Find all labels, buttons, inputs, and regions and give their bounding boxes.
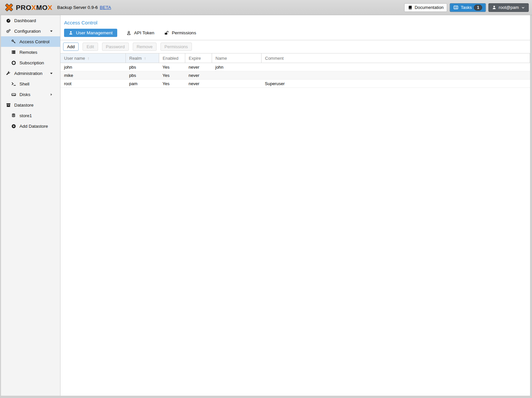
cell-realm[interactable]: pbs [125, 71, 159, 80]
cell-name[interactable] [212, 80, 261, 88]
sidebar-item-administration[interactable]: Administration [1, 68, 60, 79]
user-icon [492, 5, 496, 10]
column-header-realm[interactable]: Realm↑ [125, 53, 159, 63]
key-icon [10, 39, 17, 44]
users-table: User name↑Realm↑EnabledExpireNameComment… [60, 53, 530, 88]
sidebar-item-configuration[interactable]: Configuration [1, 26, 60, 36]
topbar-buttons: DocumentationTasks1root@pam [402, 3, 529, 12]
column-label: Expire [189, 56, 201, 61]
sidebar-item-remotes[interactable]: Remotes [1, 47, 60, 57]
topbar: PROXMOX Backup Server 0.9-6 BETA Documen… [0, 0, 532, 15]
sidebar-item-disks[interactable]: Disks [1, 89, 60, 100]
caret-right-icon[interactable] [48, 92, 54, 97]
server-icon [10, 50, 17, 54]
cell-comment[interactable] [261, 71, 530, 80]
wordmark-segment: X [31, 4, 36, 11]
sidebar-item-store1[interactable]: store1 [1, 110, 60, 121]
cell-enabled[interactable]: Yes [159, 80, 185, 88]
edit-button[interactable]: Edit [83, 43, 98, 51]
sidebar-item-label: Configuration [14, 29, 41, 34]
user-menu-label: root@pam [499, 5, 519, 10]
user-outline-icon [126, 31, 131, 35]
tab-bar: User ManagementAPI TokenPermissions [60, 25, 530, 40]
cell-username[interactable]: mike [60, 71, 125, 80]
sidebar-item-add-datastore[interactable]: Add Datastore [1, 121, 60, 131]
sidebar-item-datastore[interactable]: Datastore [1, 100, 60, 110]
cell-comment[interactable]: Superuser [261, 80, 530, 88]
cell-username[interactable]: john [60, 63, 125, 71]
cell-comment[interactable] [261, 63, 530, 71]
caret-down-icon[interactable] [48, 29, 54, 33]
beta-link[interactable]: BETA [100, 5, 111, 10]
sidebar-item-label: Administration [14, 71, 43, 76]
sidebar: DashboardConfigurationAccess ControlRemo… [1, 15, 60, 396]
caret-down-icon[interactable] [48, 71, 54, 76]
cell-realm[interactable]: pam [125, 80, 159, 88]
tab-api-token[interactable]: API Token [126, 29, 155, 37]
tab-label: Permissions [172, 30, 196, 35]
tasks-button[interactable]: Tasks1 [450, 3, 486, 12]
tab-user-management[interactable]: User Management [64, 29, 117, 37]
column-label: Realm [129, 56, 142, 61]
wordmark-segment: X [48, 4, 53, 11]
table-row[interactable]: rootpamYesneverSuperuser [60, 80, 530, 88]
archive-icon [5, 103, 12, 108]
sidebar-item-label: Datastore [14, 103, 34, 108]
wordmark-segment: MO [36, 4, 48, 11]
column-label: Enabled [163, 56, 179, 61]
table-row[interactable]: mikepbsYesnever [60, 71, 530, 80]
table-header-row: User name↑Realm↑EnabledExpireNameComment [60, 53, 530, 63]
database-icon [10, 113, 17, 118]
sort-asc-icon: ↑ [88, 56, 90, 61]
sidebar-item-label: Subscription [19, 60, 44, 65]
toolbar: AddEditPasswordRemovePermissions [60, 40, 530, 53]
sidebar-item-label: Shell [19, 82, 29, 86]
column-header-expire[interactable]: Expire [185, 53, 212, 63]
cell-expire[interactable]: never [185, 80, 212, 88]
main-panel: Access Control User ManagementAPI TokenP… [60, 15, 530, 396]
user-menu-button[interactable]: root@pam [488, 3, 529, 12]
remove-button[interactable]: Remove [133, 43, 157, 51]
cell-enabled[interactable]: Yes [159, 63, 185, 71]
password-button[interactable]: Password [102, 43, 129, 51]
column-header-comment[interactable]: Comment [261, 53, 530, 63]
sidebar-item-label: Disks [19, 92, 30, 97]
sidebar-item-access-control[interactable]: Access Control [1, 36, 60, 47]
permissions-button[interactable]: Permissions [160, 43, 192, 51]
sidebar-item-label: Dashboard [14, 18, 36, 23]
wrench-icon [5, 71, 12, 76]
tachometer-icon [5, 18, 12, 23]
content-area: DashboardConfigurationAccess ControlRemo… [1, 15, 530, 396]
sidebar-item-label: Remotes [19, 50, 37, 55]
proxmox-wordmark: PROXMOX [16, 4, 53, 12]
sidebar-item-subscription[interactable]: Subscription [1, 57, 60, 68]
column-header-enabled[interactable]: Enabled [159, 53, 185, 63]
add-button[interactable]: Add [63, 43, 79, 51]
page-title: Access Control [60, 15, 530, 25]
unlock-icon [164, 31, 169, 35]
column-header-username[interactable]: User name↑ [60, 53, 125, 63]
tab-label: User Management [76, 30, 113, 35]
hdd-icon [10, 92, 17, 97]
table-row[interactable]: johnpbsYesneverjohn [60, 63, 530, 71]
sidebar-item-dashboard[interactable]: Dashboard [1, 15, 60, 26]
terminal-icon [10, 82, 17, 86]
tab-permissions[interactable]: Permissions [163, 29, 197, 37]
book-icon [408, 5, 412, 10]
cell-name[interactable] [212, 71, 261, 80]
cell-realm[interactable]: pbs [125, 63, 159, 71]
support-icon [10, 60, 17, 65]
cell-enabled[interactable]: Yes [159, 71, 185, 80]
documentation-button[interactable]: Documentation [404, 3, 447, 12]
cell-username[interactable]: root [60, 80, 125, 88]
user-icon [69, 31, 73, 35]
cell-expire[interactable]: never [185, 71, 212, 80]
sidebar-item-shell[interactable]: Shell [1, 79, 60, 89]
cogs-icon [5, 29, 12, 34]
sidebar-item-label: store1 [19, 113, 32, 118]
cell-name[interactable]: john [212, 63, 261, 71]
app-subtitle: Backup Server 0.9-6 [57, 5, 98, 10]
cell-expire[interactable]: never [185, 63, 212, 71]
tasks-badge: 1 [474, 5, 482, 11]
column-header-name[interactable]: Name [212, 53, 261, 63]
